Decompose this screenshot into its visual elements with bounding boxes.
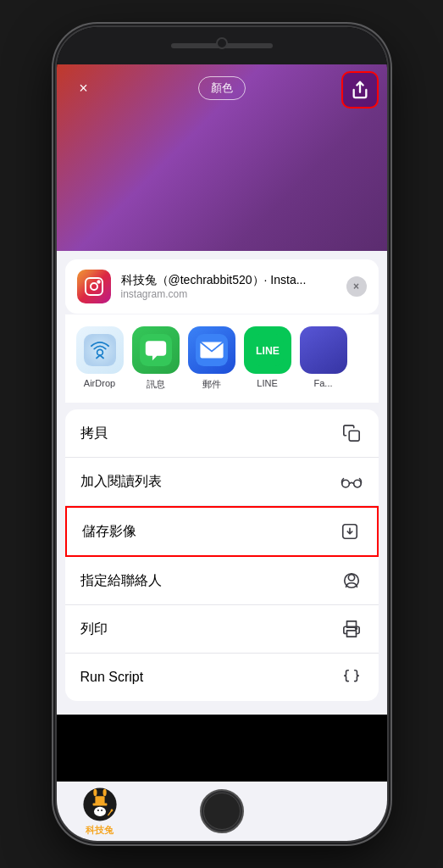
svg-point-3	[97, 281, 99, 282]
more-app-item[interactable]: Fa...	[297, 326, 350, 391]
share-icon	[351, 81, 369, 99]
run-script-action[interactable]: Run Script	[65, 654, 379, 701]
line-app-item[interactable]: LINE LINE	[241, 326, 294, 391]
svg-rect-13	[349, 431, 359, 441]
print-icon	[340, 617, 363, 641]
insta-share-button[interactable]	[341, 71, 379, 108]
svg-point-26	[102, 788, 106, 795]
share-source: 科技兔（@techrabbit520）· Insta... instagram.…	[65, 259, 379, 314]
assign-contact-action[interactable]: 指定給聯絡人	[65, 557, 379, 605]
messages-icon	[132, 326, 180, 374]
braces-icon	[340, 665, 363, 689]
insta-close-button[interactable]: ×	[70, 75, 97, 102]
print-label: 列印	[80, 620, 108, 638]
save-image-label: 儲存影像	[82, 523, 136, 541]
share-sheet: 科技兔（@techrabbit520）· Insta... instagram.…	[57, 251, 387, 715]
share-source-text: 科技兔（@techrabbit520）· Insta... instagram.…	[121, 273, 336, 300]
airdrop-label: AirDrop	[84, 378, 115, 388]
line-icon: LINE	[244, 326, 291, 374]
bottom-bar: 科技兔	[57, 782, 387, 841]
svg-point-29	[101, 809, 102, 810]
phone-frame: × 顏色	[57, 27, 387, 841]
bottom-spacer	[57, 701, 387, 715]
logo-label: 科技兔	[86, 824, 114, 837]
save-image-action[interactable]: 儲存影像	[65, 506, 379, 557]
mail-icon	[188, 326, 235, 374]
person-icon	[340, 569, 363, 593]
mail-app-item[interactable]: 郵件	[186, 326, 238, 391]
instagram-icon	[77, 270, 111, 303]
line-label: LINE	[257, 378, 277, 388]
copy-label: 拷貝	[80, 425, 108, 442]
mail-svg	[196, 334, 228, 366]
print-action[interactable]: 列印	[65, 605, 379, 654]
save-icon	[338, 520, 362, 543]
messages-app-item[interactable]: 訊息	[130, 326, 182, 391]
airdrop-svg	[84, 334, 116, 366]
insta-top-bar: × 顏色	[57, 64, 387, 251]
line-svg: LINE	[252, 334, 284, 366]
camera-dot	[216, 37, 228, 49]
more-app-icon	[300, 326, 347, 374]
messages-label: 訊息	[147, 378, 165, 391]
copy-icon	[340, 421, 363, 445]
share-source-url: instagram.com	[121, 288, 336, 300]
svg-rect-20	[346, 631, 356, 637]
share-source-close-button[interactable]: ×	[346, 276, 367, 297]
svg-point-31	[110, 809, 113, 811]
svg-point-28	[97, 809, 98, 810]
app-icons-row: AirDrop 訊息	[65, 314, 379, 403]
messages-svg	[140, 334, 172, 366]
share-source-title: 科技兔（@techrabbit520）· Insta...	[121, 273, 336, 288]
reading-list-label: 加入閱讀列表	[80, 473, 162, 491]
insta-title: 顏色	[198, 76, 246, 100]
run-script-label: Run Script	[80, 670, 144, 685]
tech-rabbit-logo: 科技兔	[82, 787, 118, 837]
more-label: Fa...	[313, 378, 332, 388]
svg-point-15	[353, 480, 361, 487]
svg-point-17	[348, 575, 354, 581]
rabbit-logo-svg	[82, 787, 118, 822]
airdrop-icon	[76, 326, 124, 374]
airdrop-app-item[interactable]: AirDrop	[74, 326, 126, 391]
action-list: 拷貝 加入閱讀列表	[65, 409, 379, 701]
assign-contact-label: 指定給聯絡人	[80, 572, 162, 590]
svg-point-14	[341, 480, 349, 487]
svg-point-21	[355, 628, 357, 630]
glasses-icon	[340, 470, 363, 493]
instagram-logo	[84, 276, 104, 297]
home-button[interactable]	[200, 789, 244, 833]
home-button-inner	[203, 793, 241, 830]
screen-content: × 顏色	[57, 64, 387, 841]
svg-point-27	[94, 806, 106, 815]
close-icon: ×	[79, 80, 88, 97]
svg-point-25	[93, 788, 97, 795]
svg-point-2	[91, 283, 97, 290]
reading-list-action[interactable]: 加入閱讀列表	[65, 458, 379, 506]
svg-rect-24	[95, 796, 104, 804]
phone-screen: × 顏色	[57, 27, 387, 841]
mail-label: 郵件	[202, 378, 221, 391]
copy-action[interactable]: 拷貝	[65, 409, 379, 458]
status-bar	[57, 27, 387, 64]
svg-text:LINE: LINE	[256, 345, 280, 357]
